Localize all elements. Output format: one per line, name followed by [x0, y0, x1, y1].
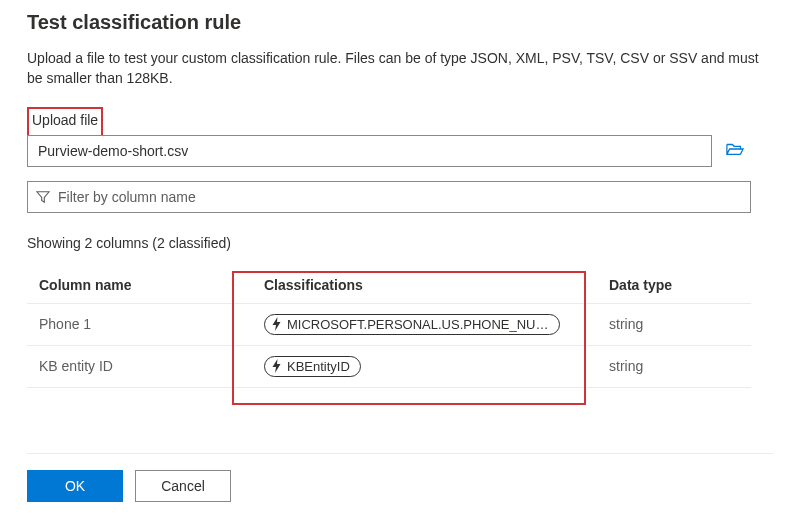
upload-label: Upload file	[32, 112, 98, 128]
upload-highlight-box: Upload file	[27, 107, 103, 137]
browse-button[interactable]	[726, 141, 744, 160]
upload-file-input[interactable]	[27, 135, 712, 167]
filter-input[interactable]	[58, 189, 742, 205]
cell-datatype: string	[597, 303, 751, 345]
lightning-icon	[271, 317, 282, 331]
cell-datatype: string	[597, 345, 751, 387]
classification-pill[interactable]: KBEntityID	[264, 356, 361, 377]
results-summary: Showing 2 columns (2 classified)	[27, 235, 773, 251]
classification-pill-label: KBEntityID	[287, 359, 350, 374]
lightning-icon	[271, 359, 282, 373]
table-row: Phone 1 MICROSOFT.PERSONAL.US.PHONE_NU… …	[27, 303, 751, 345]
folder-open-icon	[726, 141, 744, 160]
page-title: Test classification rule	[27, 11, 773, 34]
table-row: KB entity ID KBEntityID string	[27, 345, 751, 387]
page-description: Upload a file to test your custom classi…	[27, 48, 773, 89]
filter-icon	[36, 190, 50, 204]
cell-classification: KBEntityID	[252, 345, 597, 387]
cell-column-name: Phone 1	[27, 303, 252, 345]
results-table: Column name Classifications Data type Ph…	[27, 267, 751, 388]
filter-box[interactable]	[27, 181, 751, 213]
classification-pill[interactable]: MICROSOFT.PERSONAL.US.PHONE_NU…	[264, 314, 560, 335]
classification-pill-label: MICROSOFT.PERSONAL.US.PHONE_NU…	[287, 317, 549, 332]
cell-classification: MICROSOFT.PERSONAL.US.PHONE_NU…	[252, 303, 597, 345]
cell-column-name: KB entity ID	[27, 345, 252, 387]
ok-button[interactable]: OK	[27, 470, 123, 502]
footer: OK Cancel	[27, 453, 773, 502]
upload-row	[27, 135, 773, 167]
cancel-button[interactable]: Cancel	[135, 470, 231, 502]
column-header-name[interactable]: Column name	[27, 267, 252, 304]
column-header-datatype[interactable]: Data type	[597, 267, 751, 304]
column-header-classifications[interactable]: Classifications	[252, 267, 597, 304]
